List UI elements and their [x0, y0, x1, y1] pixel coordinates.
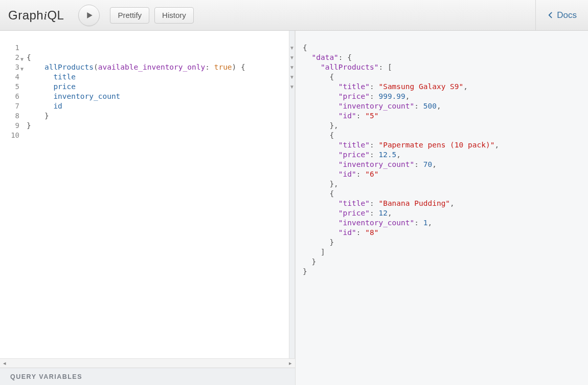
- logo-text-pre: Graph: [8, 8, 43, 22]
- chevron-left-icon: [547, 12, 554, 18]
- horizontal-scrollbar[interactable]: ◂ ▸: [0, 358, 295, 368]
- line-gutter: 12▼3▼45678910: [0, 31, 25, 358]
- result-pane[interactable]: { "data": { "allProducts": [ { "title": …: [296, 31, 588, 385]
- docs-label: Docs: [557, 10, 577, 20]
- execute-button[interactable]: [78, 5, 100, 26]
- result-json: { "data": { "allProducts": [ { "title": …: [303, 43, 588, 276]
- fold-strip[interactable]: ▼▼▼▼▼: [289, 31, 295, 358]
- docs-button[interactable]: Docs: [535, 0, 588, 30]
- prettify-button[interactable]: Prettify: [110, 7, 149, 24]
- logo-text-post: QL: [47, 8, 64, 22]
- history-button[interactable]: History: [154, 7, 194, 24]
- app-logo: GraphiQL: [8, 8, 64, 23]
- scroll-right-icon[interactable]: ▸: [289, 360, 292, 367]
- workspace: 12▼3▼45678910 { allProducts(available_in…: [0, 31, 588, 385]
- query-editor[interactable]: 12▼3▼45678910 { allProducts(available_in…: [0, 31, 295, 358]
- query-code[interactable]: { allProducts(available_inventory_only: …: [25, 31, 289, 358]
- query-variables-bar[interactable]: QUERY VARIABLES: [0, 368, 295, 385]
- query-editor-pane: 12▼3▼45678910 { allProducts(available_in…: [0, 31, 296, 385]
- topbar: GraphiQL Prettify History Docs: [0, 0, 588, 31]
- play-icon: [84, 11, 94, 20]
- scroll-left-icon[interactable]: ◂: [3, 360, 6, 367]
